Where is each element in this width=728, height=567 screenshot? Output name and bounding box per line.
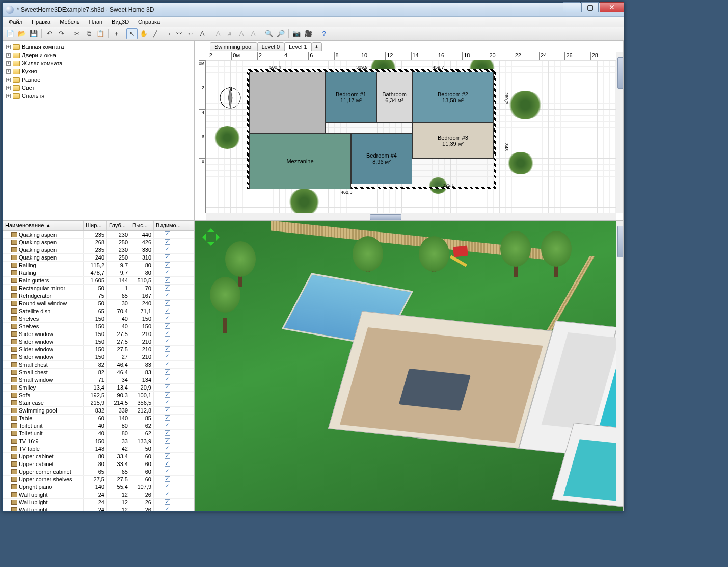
visible-checkbox[interactable] (165, 392, 170, 398)
arrow-right-icon[interactable] (216, 234, 223, 241)
visible-checkbox[interactable] (165, 308, 170, 314)
visible-checkbox[interactable] (165, 484, 170, 489)
catalog-item[interactable]: +Кухня (5, 67, 192, 75)
wall-tool-icon[interactable]: ╱ (150, 28, 161, 39)
column-header[interactable]: Видимо... (154, 221, 181, 230)
arrow-left-icon[interactable] (199, 234, 206, 241)
text-bold-icon[interactable]: A (212, 28, 224, 39)
table-row[interactable]: Railing115,29,780 (3, 262, 194, 269)
add-furniture-icon[interactable]: ＋ (111, 28, 122, 39)
video-icon[interactable]: 🎥 (303, 28, 314, 39)
table-row[interactable]: Round wall window5030240 (3, 300, 194, 307)
new-icon[interactable]: 📄 (5, 28, 16, 39)
table-row[interactable]: Shelves15040150 (3, 323, 194, 330)
menu-справка[interactable]: Справка (134, 18, 164, 26)
plan-pane[interactable]: Swimming poolLevel 0Level 1+ -20м2468101… (194, 40, 624, 220)
zoom-in-icon[interactable]: 🔍 (263, 28, 275, 39)
table-row[interactable]: Upright piano14055,4107,9 (3, 483, 194, 491)
undo-icon[interactable]: ↶ (44, 28, 55, 39)
room-bedroom2[interactable]: Bedroom #213,58 м² (412, 72, 494, 123)
visible-checkbox[interactable] (165, 300, 170, 306)
visible-checkbox[interactable] (165, 430, 170, 436)
room-tool-icon[interactable]: ▭ (161, 28, 173, 39)
expand-icon[interactable]: + (6, 86, 11, 90)
plan-canvas[interactable]: N 500,4 309,9 459,7 269,2 348 462,3 325,… (206, 60, 616, 213)
table-row[interactable]: Shelves15040150 (3, 315, 194, 323)
visible-checkbox[interactable] (165, 354, 170, 359)
table-row[interactable]: Stair case215,9214,5356,5 (3, 399, 194, 407)
room-bedroom3[interactable]: Bedroom #311,39 м² (412, 123, 494, 159)
table-row[interactable]: Quaking aspen235230330 (3, 246, 194, 254)
table-row[interactable]: Quaking aspen268250426 (3, 239, 194, 246)
table-row[interactable]: Railing478,79,780 (3, 269, 194, 277)
column-header[interactable]: Выс... (130, 221, 154, 230)
polyline-tool-icon[interactable]: 〰 (173, 28, 184, 39)
vertical-scrollbar[interactable] (616, 52, 623, 213)
visible-checkbox[interactable] (165, 369, 170, 375)
visible-checkbox[interactable] (165, 507, 170, 511)
table-row[interactable]: Rectangular mirror50170 (3, 285, 194, 292)
visible-checkbox[interactable] (165, 262, 170, 268)
table-row[interactable]: Small chest8246,483 (3, 361, 194, 369)
text-italic-icon[interactable]: A (224, 28, 235, 39)
text-tool-icon[interactable]: A (197, 28, 208, 39)
expand-icon[interactable]: + (6, 78, 11, 82)
arrow-down-icon[interactable] (207, 242, 214, 249)
table-row[interactable]: Swimming pool832339212,8 (3, 407, 194, 415)
visible-checkbox[interactable] (165, 400, 170, 405)
catalog-item[interactable]: +Ванная комната (5, 43, 192, 51)
text-inc-icon[interactable]: A (236, 28, 247, 39)
table-row[interactable]: Slider window15027,5210 (3, 338, 194, 346)
table-row[interactable]: Small chest8246,483 (3, 369, 194, 376)
visible-checkbox[interactable] (165, 438, 170, 444)
vertical-scrollbar-3d[interactable] (616, 221, 623, 504)
paste-icon[interactable]: 📋 (95, 28, 106, 39)
add-level-button[interactable]: + (312, 42, 322, 51)
visible-checkbox[interactable] (165, 323, 170, 329)
table-row[interactable]: Table6014085 (3, 415, 194, 422)
dimension-tool-icon[interactable]: ↔ (185, 28, 196, 39)
table-row[interactable]: TV table1484250 (3, 445, 194, 453)
table-row[interactable]: Wall uplight241226 (3, 499, 194, 506)
pan-tool-icon[interactable]: ✋ (138, 28, 149, 39)
table-row[interactable]: TV 16:915033133,9 (3, 437, 194, 445)
help-icon[interactable]: ? (318, 28, 330, 39)
table-row[interactable]: Toilet unit408062 (3, 430, 194, 437)
menu-правка[interactable]: Правка (28, 18, 55, 26)
table-row[interactable]: Sofa192,590,3100,1 (3, 392, 194, 399)
visible-checkbox[interactable] (165, 446, 170, 451)
visible-checkbox[interactable] (165, 362, 170, 367)
visible-checkbox[interactable] (165, 346, 170, 352)
table-row[interactable]: Slider window15027210 (3, 353, 194, 361)
table-row[interactable]: Toilet unit408062 (3, 422, 194, 430)
table-row[interactable]: Rain gutters1 605144510,5 (3, 277, 194, 285)
plan-tab[interactable]: Level 0 (257, 42, 284, 51)
select-tool-icon[interactable]: ↖ (126, 28, 138, 39)
visible-checkbox[interactable] (165, 453, 170, 459)
menu-файл[interactable]: Файл (5, 18, 26, 26)
table-row[interactable]: Upper corner shelves27,527,560 (3, 476, 194, 483)
close-button[interactable]: ✕ (600, 2, 624, 12)
visible-checkbox[interactable] (165, 270, 170, 275)
open-icon[interactable]: 📂 (16, 28, 28, 39)
menu-мебель[interactable]: Мебель (56, 18, 84, 26)
text-dec-icon[interactable]: A (248, 28, 259, 39)
copy-icon[interactable]: ⧉ (83, 28, 94, 39)
table-row[interactable]: Slider window15027,5210 (3, 346, 194, 353)
column-header[interactable]: Шир... (84, 221, 107, 230)
visible-checkbox[interactable] (165, 407, 170, 413)
visible-checkbox[interactable] (165, 316, 170, 321)
table-row[interactable]: Slider window15027,5210 (3, 330, 194, 338)
column-header[interactable]: Наименование ▲ (3, 221, 84, 230)
visible-checkbox[interactable] (165, 339, 170, 344)
titlebar[interactable]: * SweetHome3DExample7.sh3d - Sweet Home … (3, 3, 624, 17)
visible-checkbox[interactable] (165, 377, 170, 382)
visible-checkbox[interactable] (165, 231, 170, 237)
horizontal-scrollbar[interactable] (206, 213, 616, 220)
redo-icon[interactable]: ↷ (56, 28, 67, 39)
visible-checkbox[interactable] (165, 277, 170, 283)
table-row[interactable]: Wall uplight241226 (3, 506, 194, 511)
visible-checkbox[interactable] (165, 239, 170, 245)
visible-checkbox[interactable] (165, 293, 170, 298)
arrow-up-icon[interactable] (207, 225, 214, 232)
